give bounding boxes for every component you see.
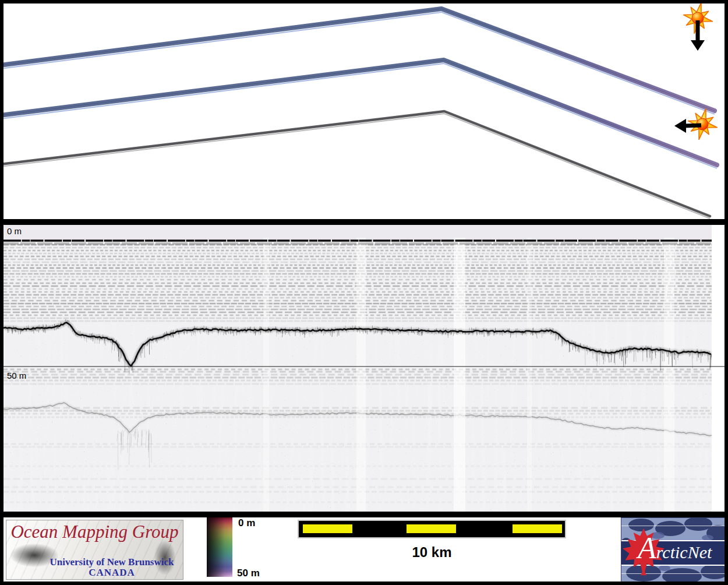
seafloor-tick xyxy=(156,339,157,340)
track-overview-panel xyxy=(0,0,728,220)
seafloor-tick xyxy=(483,332,483,333)
seafloor-tick xyxy=(197,330,197,333)
track-line-1 xyxy=(0,9,715,111)
seafloor-tick xyxy=(38,329,39,333)
sun-direction-icon-left xyxy=(674,109,717,140)
seafloor-tick xyxy=(510,332,511,337)
seafloor-tick xyxy=(203,330,204,332)
echogram-right-margin xyxy=(712,225,725,512)
colorbar-label-top: 0 m xyxy=(238,517,255,529)
omg-country: CANADA xyxy=(43,567,181,579)
seafloor-tick xyxy=(87,337,87,338)
seafloor-tick xyxy=(330,330,331,335)
omg-logo: Ocean Mapping Group University of New Br… xyxy=(6,520,183,580)
seafloor-tick xyxy=(698,353,699,358)
seafloor-tick xyxy=(212,330,213,334)
seafloor-tick xyxy=(226,330,227,335)
depth-label-0m: 0 m xyxy=(7,226,22,236)
arrow-left-icon xyxy=(684,125,701,126)
scale-bar xyxy=(299,521,565,537)
track-line-1-fringe xyxy=(0,12,715,114)
arcticnet-wordmark: ArcticNet xyxy=(638,533,712,563)
arcticnet-rule-top xyxy=(621,526,725,526)
scale-bar-segment xyxy=(513,524,562,533)
arrow-left-head xyxy=(674,119,686,133)
seafloor-tick xyxy=(26,330,26,332)
seafloor-tick xyxy=(366,329,366,330)
seafloor-tick xyxy=(260,330,260,332)
omg-subtitle: University of New Brunswick xyxy=(43,556,181,568)
scale-bar-segment xyxy=(303,524,352,533)
seafloor-tick xyxy=(484,332,485,337)
seafloor-tick xyxy=(142,347,143,353)
depth-label-50m: 50 m xyxy=(7,371,26,380)
echogram-panel xyxy=(0,225,728,512)
seafloor-tick xyxy=(477,332,478,336)
seafloor-tick xyxy=(225,330,225,334)
seafloor-tick xyxy=(613,353,614,354)
seafloor-tick xyxy=(45,328,45,333)
footer: Ocean Mapping Group University of New Br… xyxy=(3,517,725,582)
seafloor-tick xyxy=(325,331,326,334)
seafloor-tick xyxy=(173,333,174,335)
column-streak xyxy=(356,238,366,512)
seafloor-tick xyxy=(163,337,164,339)
scale-bar-segment xyxy=(407,524,456,533)
seafloor-tick xyxy=(499,332,500,336)
seafloor-tick xyxy=(385,330,386,333)
column-streak xyxy=(454,238,465,512)
track-line-1-shade xyxy=(0,9,715,111)
seafloor-tick xyxy=(48,328,49,329)
seafloor-tick xyxy=(37,329,38,332)
seafloor-tick xyxy=(104,339,104,344)
scale-bar-label: 10 km xyxy=(299,544,565,561)
column-streak xyxy=(664,238,674,512)
seafloor-tick xyxy=(543,332,544,334)
track-line-2-shade xyxy=(0,60,717,165)
seafloor-tick xyxy=(652,350,652,360)
arcticnet-wordmark-initial: A xyxy=(638,531,656,565)
seafloor-tick xyxy=(287,331,287,333)
seafloor-tick xyxy=(298,331,298,333)
seafloor-tick xyxy=(657,350,658,352)
seafloor-tick xyxy=(99,338,100,339)
track-line-3-shade xyxy=(0,111,710,216)
figure-root: 0 m 50 m Ocean Mapping Group University … xyxy=(0,0,728,585)
column-streak xyxy=(263,238,269,512)
multiple-wisp xyxy=(135,431,135,436)
panel-divider-bottom xyxy=(0,512,728,517)
multiple-wisp xyxy=(131,434,132,446)
track-line-2 xyxy=(0,60,717,165)
sun-direction-icon-down xyxy=(684,3,713,51)
seafloor-tick xyxy=(599,352,600,354)
seafloor-tick xyxy=(672,352,673,366)
arcticnet-logo: ArcticNet xyxy=(621,517,726,583)
seafloor-tick xyxy=(598,352,598,362)
multiple-wisp xyxy=(123,431,124,436)
seafloor-tick xyxy=(259,330,259,335)
seafloor-tick xyxy=(497,332,497,334)
arrow-down-head xyxy=(691,40,705,51)
seafloor-tick xyxy=(638,349,638,352)
multiple-wisp xyxy=(142,429,142,432)
seafloor-tick xyxy=(268,330,269,333)
arcticnet-wordmark-rest: rcticNet xyxy=(656,542,712,562)
seafloor-tick xyxy=(18,329,19,334)
seafloor-tick xyxy=(448,332,448,338)
seafloor-tick xyxy=(157,339,158,343)
seafloor-tick xyxy=(699,353,699,360)
track-line-3 xyxy=(0,111,710,216)
seafloor-tick xyxy=(455,332,455,333)
column-streak xyxy=(527,238,532,512)
seafloor-tick xyxy=(280,331,281,333)
multiple-wisp xyxy=(149,434,150,467)
seafloor-tick xyxy=(34,329,35,330)
seafloor-tick xyxy=(167,336,168,337)
seafloor-tick xyxy=(186,331,187,334)
colorbar-label-bottom: 50 m xyxy=(237,568,260,579)
multiple-wisp xyxy=(118,431,119,433)
omg-title: Ocean Mapping Group xyxy=(6,521,183,542)
track-line-3-fringe xyxy=(0,114,710,219)
depth-colorbar xyxy=(207,517,232,577)
seafloor-tick xyxy=(229,330,230,332)
